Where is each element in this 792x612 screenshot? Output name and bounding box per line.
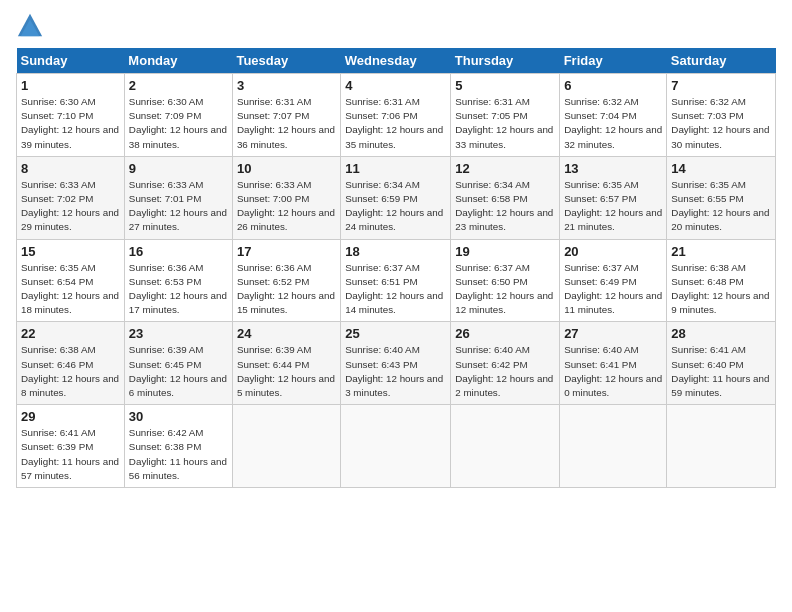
calendar-cell: 15 Sunrise: 6:35 AMSunset: 6:54 PMDaylig… xyxy=(17,239,125,322)
day-number: 12 xyxy=(455,161,555,176)
day-info: Sunrise: 6:32 AMSunset: 7:04 PMDaylight:… xyxy=(564,96,662,150)
day-info: Sunrise: 6:33 AMSunset: 7:01 PMDaylight:… xyxy=(129,179,227,233)
calendar-cell: 29 Sunrise: 6:41 AMSunset: 6:39 PMDaylig… xyxy=(17,405,125,488)
day-header-wednesday: Wednesday xyxy=(341,48,451,74)
calendar-cell xyxy=(667,405,776,488)
day-number: 19 xyxy=(455,244,555,259)
calendar-cell: 11 Sunrise: 6:34 AMSunset: 6:59 PMDaylig… xyxy=(341,156,451,239)
calendar-cell: 5 Sunrise: 6:31 AMSunset: 7:05 PMDayligh… xyxy=(451,74,560,157)
day-info: Sunrise: 6:30 AMSunset: 7:10 PMDaylight:… xyxy=(21,96,119,150)
day-number: 28 xyxy=(671,326,771,341)
day-info: Sunrise: 6:31 AMSunset: 7:06 PMDaylight:… xyxy=(345,96,443,150)
day-number: 26 xyxy=(455,326,555,341)
week-row-1: 1 Sunrise: 6:30 AMSunset: 7:10 PMDayligh… xyxy=(17,74,776,157)
day-number: 8 xyxy=(21,161,120,176)
week-row-5: 29 Sunrise: 6:41 AMSunset: 6:39 PMDaylig… xyxy=(17,405,776,488)
day-number: 24 xyxy=(237,326,336,341)
day-number: 11 xyxy=(345,161,446,176)
day-info: Sunrise: 6:31 AMSunset: 7:07 PMDaylight:… xyxy=(237,96,335,150)
day-info: Sunrise: 6:30 AMSunset: 7:09 PMDaylight:… xyxy=(129,96,227,150)
calendar-cell: 23 Sunrise: 6:39 AMSunset: 6:45 PMDaylig… xyxy=(124,322,232,405)
day-number: 6 xyxy=(564,78,662,93)
calendar-cell: 26 Sunrise: 6:40 AMSunset: 6:42 PMDaylig… xyxy=(451,322,560,405)
day-number: 30 xyxy=(129,409,228,424)
calendar-cell: 6 Sunrise: 6:32 AMSunset: 7:04 PMDayligh… xyxy=(560,74,667,157)
day-info: Sunrise: 6:38 AMSunset: 6:48 PMDaylight:… xyxy=(671,262,769,316)
day-number: 4 xyxy=(345,78,446,93)
day-number: 15 xyxy=(21,244,120,259)
week-row-4: 22 Sunrise: 6:38 AMSunset: 6:46 PMDaylig… xyxy=(17,322,776,405)
day-number: 3 xyxy=(237,78,336,93)
day-number: 1 xyxy=(21,78,120,93)
day-number: 29 xyxy=(21,409,120,424)
day-info: Sunrise: 6:35 AMSunset: 6:54 PMDaylight:… xyxy=(21,262,119,316)
calendar-cell: 16 Sunrise: 6:36 AMSunset: 6:53 PMDaylig… xyxy=(124,239,232,322)
day-number: 16 xyxy=(129,244,228,259)
calendar-cell xyxy=(232,405,340,488)
calendar-cell: 7 Sunrise: 6:32 AMSunset: 7:03 PMDayligh… xyxy=(667,74,776,157)
calendar-cell xyxy=(560,405,667,488)
calendar-cell: 8 Sunrise: 6:33 AMSunset: 7:02 PMDayligh… xyxy=(17,156,125,239)
day-info: Sunrise: 6:39 AMSunset: 6:44 PMDaylight:… xyxy=(237,344,335,398)
day-info: Sunrise: 6:37 AMSunset: 6:50 PMDaylight:… xyxy=(455,262,553,316)
calendar-cell: 13 Sunrise: 6:35 AMSunset: 6:57 PMDaylig… xyxy=(560,156,667,239)
calendar-cell: 1 Sunrise: 6:30 AMSunset: 7:10 PMDayligh… xyxy=(17,74,125,157)
day-info: Sunrise: 6:41 AMSunset: 6:39 PMDaylight:… xyxy=(21,427,119,481)
calendar-cell xyxy=(341,405,451,488)
day-number: 27 xyxy=(564,326,662,341)
calendar-cell: 4 Sunrise: 6:31 AMSunset: 7:06 PMDayligh… xyxy=(341,74,451,157)
day-number: 13 xyxy=(564,161,662,176)
calendar-cell: 17 Sunrise: 6:36 AMSunset: 6:52 PMDaylig… xyxy=(232,239,340,322)
calendar-cell: 22 Sunrise: 6:38 AMSunset: 6:46 PMDaylig… xyxy=(17,322,125,405)
calendar-cell: 25 Sunrise: 6:40 AMSunset: 6:43 PMDaylig… xyxy=(341,322,451,405)
page-container: SundayMondayTuesdayWednesdayThursdayFrid… xyxy=(0,0,792,496)
day-header-thursday: Thursday xyxy=(451,48,560,74)
day-number: 9 xyxy=(129,161,228,176)
calendar-cell xyxy=(451,405,560,488)
calendar-cell: 24 Sunrise: 6:39 AMSunset: 6:44 PMDaylig… xyxy=(232,322,340,405)
calendar-cell: 18 Sunrise: 6:37 AMSunset: 6:51 PMDaylig… xyxy=(341,239,451,322)
day-info: Sunrise: 6:34 AMSunset: 6:59 PMDaylight:… xyxy=(345,179,443,233)
calendar-cell: 30 Sunrise: 6:42 AMSunset: 6:38 PMDaylig… xyxy=(124,405,232,488)
day-number: 22 xyxy=(21,326,120,341)
calendar-table: SundayMondayTuesdayWednesdayThursdayFrid… xyxy=(16,48,776,488)
calendar-cell: 2 Sunrise: 6:30 AMSunset: 7:09 PMDayligh… xyxy=(124,74,232,157)
day-of-week-row: SundayMondayTuesdayWednesdayThursdayFrid… xyxy=(17,48,776,74)
week-row-2: 8 Sunrise: 6:33 AMSunset: 7:02 PMDayligh… xyxy=(17,156,776,239)
day-number: 2 xyxy=(129,78,228,93)
day-number: 23 xyxy=(129,326,228,341)
day-info: Sunrise: 6:41 AMSunset: 6:40 PMDaylight:… xyxy=(671,344,769,398)
calendar-cell: 28 Sunrise: 6:41 AMSunset: 6:40 PMDaylig… xyxy=(667,322,776,405)
day-number: 5 xyxy=(455,78,555,93)
day-info: Sunrise: 6:40 AMSunset: 6:41 PMDaylight:… xyxy=(564,344,662,398)
day-info: Sunrise: 6:38 AMSunset: 6:46 PMDaylight:… xyxy=(21,344,119,398)
day-info: Sunrise: 6:31 AMSunset: 7:05 PMDaylight:… xyxy=(455,96,553,150)
day-number: 20 xyxy=(564,244,662,259)
calendar-cell: 20 Sunrise: 6:37 AMSunset: 6:49 PMDaylig… xyxy=(560,239,667,322)
day-info: Sunrise: 6:36 AMSunset: 6:53 PMDaylight:… xyxy=(129,262,227,316)
day-header-tuesday: Tuesday xyxy=(232,48,340,74)
calendar-cell: 12 Sunrise: 6:34 AMSunset: 6:58 PMDaylig… xyxy=(451,156,560,239)
calendar-cell: 9 Sunrise: 6:33 AMSunset: 7:01 PMDayligh… xyxy=(124,156,232,239)
day-info: Sunrise: 6:37 AMSunset: 6:49 PMDaylight:… xyxy=(564,262,662,316)
day-info: Sunrise: 6:34 AMSunset: 6:58 PMDaylight:… xyxy=(455,179,553,233)
day-header-saturday: Saturday xyxy=(667,48,776,74)
day-number: 14 xyxy=(671,161,771,176)
day-info: Sunrise: 6:37 AMSunset: 6:51 PMDaylight:… xyxy=(345,262,443,316)
day-info: Sunrise: 6:32 AMSunset: 7:03 PMDaylight:… xyxy=(671,96,769,150)
calendar-cell: 19 Sunrise: 6:37 AMSunset: 6:50 PMDaylig… xyxy=(451,239,560,322)
calendar-cell: 14 Sunrise: 6:35 AMSunset: 6:55 PMDaylig… xyxy=(667,156,776,239)
header xyxy=(16,12,776,40)
calendar-body: 1 Sunrise: 6:30 AMSunset: 7:10 PMDayligh… xyxy=(17,74,776,488)
day-header-monday: Monday xyxy=(124,48,232,74)
day-info: Sunrise: 6:36 AMSunset: 6:52 PMDaylight:… xyxy=(237,262,335,316)
logo-icon xyxy=(16,12,44,40)
day-info: Sunrise: 6:40 AMSunset: 6:43 PMDaylight:… xyxy=(345,344,443,398)
week-row-3: 15 Sunrise: 6:35 AMSunset: 6:54 PMDaylig… xyxy=(17,239,776,322)
logo xyxy=(16,12,48,40)
calendar-cell: 10 Sunrise: 6:33 AMSunset: 7:00 PMDaylig… xyxy=(232,156,340,239)
day-number: 25 xyxy=(345,326,446,341)
day-number: 7 xyxy=(671,78,771,93)
day-info: Sunrise: 6:39 AMSunset: 6:45 PMDaylight:… xyxy=(129,344,227,398)
day-info: Sunrise: 6:35 AMSunset: 6:55 PMDaylight:… xyxy=(671,179,769,233)
